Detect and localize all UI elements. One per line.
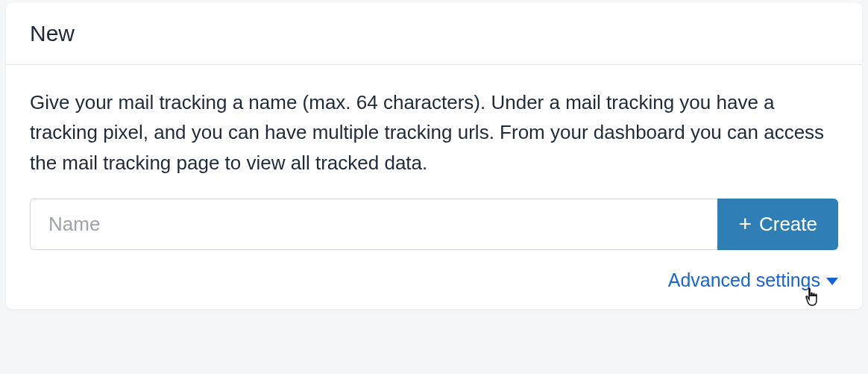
card-title: New <box>30 21 838 46</box>
card-body: Give your mail tracking a name (max. 64 … <box>6 65 862 309</box>
input-row: + Create <box>30 199 838 250</box>
description-text: Give your mail tracking a name (max. 64 … <box>30 87 838 178</box>
advanced-settings-label: Advanced settings <box>668 269 820 291</box>
name-input[interactable] <box>30 199 717 250</box>
create-button-label: Create <box>759 213 817 236</box>
caret-down-icon <box>826 278 838 285</box>
advanced-settings-link[interactable]: Advanced settings <box>668 269 838 291</box>
plus-icon: + <box>738 213 752 235</box>
new-tracking-card: New Give your mail tracking a name (max.… <box>6 3 862 309</box>
card-header: New <box>6 3 862 65</box>
footer-row: Advanced settings <box>30 269 838 291</box>
create-button[interactable]: + Create <box>717 199 838 250</box>
